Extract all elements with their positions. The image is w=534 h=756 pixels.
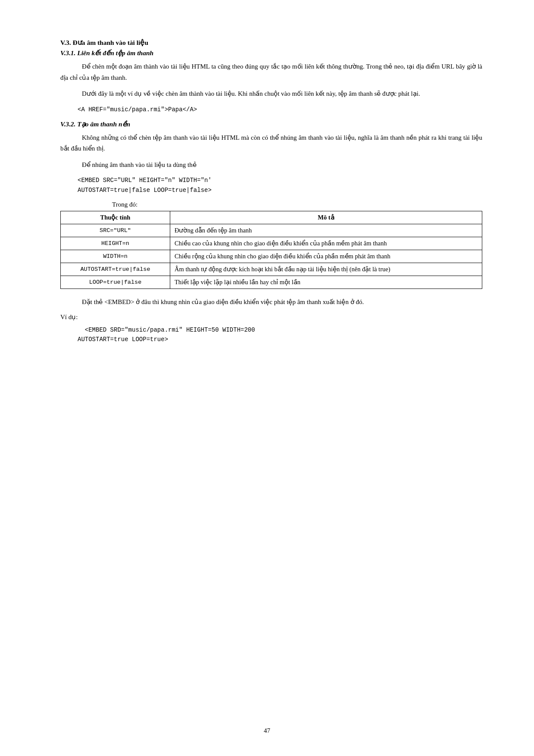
table-row: HEIGHT=n Chiều cao của khung nhìn cho gi… [61, 237, 482, 250]
table-cell-attr: HEIGHT=n [61, 237, 170, 250]
v31-code-block: <A HREF="music/papa.rmi">Papa</A> [78, 105, 482, 114]
attributes-table: Thuộc tính Mô tả SRC="URL" Đường dẫn đến… [60, 211, 482, 289]
v32-paragraph-2: Để nhúng âm thanh vào tài liệu ta dùng t… [60, 160, 482, 171]
page-number: 47 [0, 727, 534, 734]
table-cell-desc: Âm thanh tự động được kích hoạt khi bắt … [170, 263, 482, 276]
v31-paragraph-1: Để chèn một đoạn âm thành vào tài liệu H… [60, 61, 482, 83]
table-header-desc: Mô tả [170, 211, 482, 224]
table-cell-desc: Đường dẫn đến tệp âm thanh [170, 224, 482, 237]
table-cell-attr: LOOP=true|false [61, 276, 170, 289]
trong-do-label: Trong đó: [112, 201, 482, 208]
v32-paragraph-1: Không những có thể chèn tệp âm thanh vào… [60, 132, 482, 154]
vi-du-label: Ví dụ: [60, 313, 482, 321]
table-row: AUTOSTART=true|false Âm thanh tự động đư… [61, 263, 482, 276]
table-row: SRC="URL" Đường dẫn đến tệp âm thanh [61, 224, 482, 237]
page: V.3. Đưa âm thanh vào tài liệu V.3.1. Li… [0, 0, 534, 756]
table-cell-desc: Chiều rộng của khung nhìn cho giao diện … [170, 250, 482, 263]
table-cell-attr: WIDTH=n [61, 250, 170, 263]
section-v3-title: V.3. Đưa âm thanh vào tài liệu [60, 39, 482, 47]
subsection-v32-title: V.3.2. Tạo âm thanh nền [60, 120, 482, 128]
v31-paragraph-2: Dưới đây là một ví dụ về việc chèn âm th… [60, 88, 482, 100]
table-header-attr: Thuộc tính [61, 211, 170, 224]
table-cell-desc: Chiều cao của khung nhìn cho giao diện đ… [170, 237, 482, 250]
table-cell-attr: SRC="URL" [61, 224, 170, 237]
table-row: LOOP=true|false Thiết lập việc lặp lại n… [61, 276, 482, 289]
table-row: WIDTH=n Chiều rộng của khung nhìn cho gi… [61, 250, 482, 263]
table-cell-attr: AUTOSTART=true|false [61, 263, 170, 276]
v32-code-block: <EMBED SRC="URL" HEIGHT="n" WIDTH="n' AU… [78, 176, 482, 195]
para-after-table: Đặt thẻ <EMBED> ở đâu thì khung nhìn của… [60, 297, 482, 308]
table-cell-desc: Thiết lập việc lặp lại nhiều lần hay chỉ… [170, 276, 482, 289]
subsection-v31-title: V.3.1. Liên kết đến tệp âm thanh [60, 49, 482, 57]
vi-du-code-block: <EMBED SRD="music/papa.rmi" HEIGHT=50 WI… [78, 325, 482, 345]
